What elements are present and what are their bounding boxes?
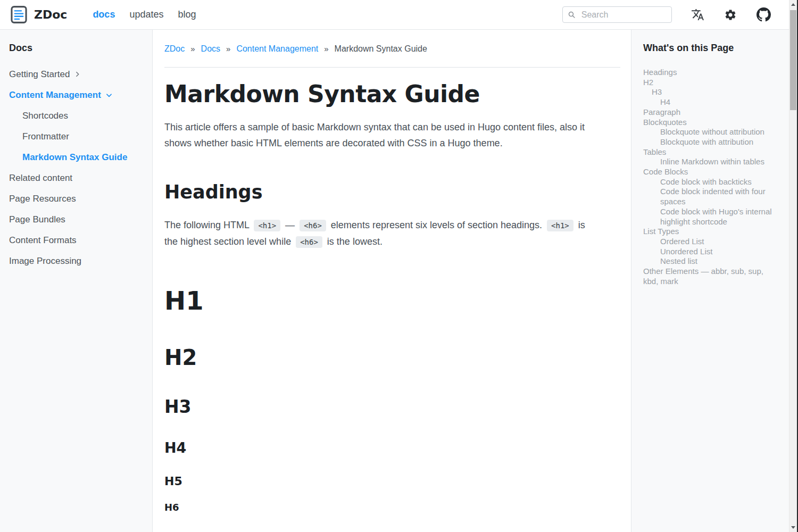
toc-item-h3[interactable]: H3 — [643, 87, 774, 97]
breadcrumb-separator: » — [226, 44, 230, 54]
toc-item-ordered-list[interactable]: Ordered List — [643, 237, 774, 247]
inline-code: <h1> — [547, 220, 573, 231]
language-button[interactable] — [691, 8, 704, 21]
sidebar-item-label: Markdown Syntax Guide — [22, 152, 127, 162]
scrollbar[interactable] — [789, 0, 797, 532]
main-row: Docs Getting StartedContent ManagementSh… — [0, 30, 789, 532]
paragraph-text: — — [282, 220, 297, 230]
sidebar-item-label: Content Formats — [9, 235, 77, 245]
toc-item-unordered-list[interactable]: Unordered List — [643, 247, 774, 257]
sidebar-item-label: Getting Started — [9, 69, 70, 79]
breadcrumb: ZDoc»Docs»Content Management»Markdown Sy… — [164, 44, 620, 54]
top-navbar: ZDoc docsupdatesblog — [0, 0, 789, 30]
toc-item-tables[interactable]: Tables — [643, 147, 774, 157]
scroll-down-icon — [791, 526, 795, 529]
sidebar-item-label: Shortcodes — [22, 111, 68, 121]
sidebar-item-label: Related content — [9, 173, 72, 183]
breadcrumb-link-zdoc[interactable]: ZDoc — [164, 44, 185, 54]
sidebar-nav: Getting StartedContent ManagementShortco… — [9, 69, 147, 266]
section-heading-headings: Headings — [164, 181, 620, 203]
toc-item-h4[interactable]: H4 — [643, 97, 774, 107]
sidebar: Docs Getting StartedContent ManagementSh… — [0, 30, 153, 532]
toc-list: HeadingsH2H3H4ParagraphBlockquotesBlockq… — [643, 68, 774, 286]
sample-heading-h6: H6 — [164, 502, 620, 513]
toc-item-code-block-indented-with-four-spaces[interactable]: Code block indented with four spaces — [643, 187, 774, 206]
inline-code: <h6> — [296, 236, 322, 248]
breadcrumb-link-docs[interactable]: Docs — [201, 44, 220, 54]
sidebar-item-label: Image Processing — [9, 256, 81, 266]
paragraph-text: The following HTML — [164, 220, 252, 230]
brand-group[interactable]: ZDoc — [11, 5, 67, 24]
toc-item-h2[interactable]: H2 — [643, 78, 774, 88]
inline-code: <h6> — [300, 220, 326, 231]
toc-item-code-block-with-backticks[interactable]: Code block with backticks — [643, 177, 774, 187]
chevron-down-icon — [105, 92, 113, 99]
sidebar-item-page-resources[interactable]: Page Resources — [9, 194, 147, 204]
translate-icon — [691, 8, 704, 21]
breadcrumb-link-content-management[interactable]: Content Management — [236, 44, 318, 54]
sidebar-item-label: Frontmatter — [22, 131, 69, 142]
toc-item-headings[interactable]: Headings — [643, 68, 774, 78]
search-icon — [568, 10, 576, 19]
toc-item-other-elements-abbr-sub-sup-kbd-mark[interactable]: Other Elements — abbr, sub, sup, kbd, ma… — [643, 267, 774, 286]
breadcrumb-separator: » — [324, 44, 328, 54]
toc-item-blockquote-with-attribution[interactable]: Blockquote with attribution — [643, 137, 774, 147]
sidebar-title: Docs — [9, 43, 147, 53]
sample-heading-h1: H1 — [164, 286, 620, 315]
gear-icon — [724, 9, 737, 21]
paragraph-text: is the lowest. — [325, 236, 383, 247]
sidebar-item-label: Content Management — [9, 90, 101, 100]
headings-paragraph: The following HTML <h1> — <h6> elements … — [164, 217, 590, 250]
sample-heading-h2: H2 — [164, 345, 620, 370]
brand-title: ZDoc — [34, 8, 67, 21]
chevron-right-icon — [74, 71, 81, 78]
sample-heading-h4: H4 — [164, 439, 620, 456]
sample-heading-h5: H5 — [164, 475, 620, 488]
toc-item-code-block-with-hugo-s-internal-highlight-shortcode[interactable]: Code block with Hugo's internal highligh… — [643, 207, 774, 227]
sidebar-item-shortcodes[interactable]: Shortcodes — [9, 111, 147, 121]
breadcrumb-divider — [164, 67, 620, 68]
breadcrumb-current: Markdown Syntax Guide — [335, 44, 427, 54]
sidebar-item-content-management[interactable]: Content Management — [9, 90, 147, 100]
toc-item-nested-list[interactable]: Nested list — [643, 256, 774, 267]
nav-links: docsupdatesblog — [93, 9, 196, 20]
toc-item-blockquote-without-attribution[interactable]: Blockquote without attribution — [643, 127, 774, 137]
scrollbar-down-button[interactable] — [789, 523, 797, 532]
settings-button[interactable] — [724, 9, 737, 21]
toc-item-blockquotes[interactable]: Blockquotes — [643, 118, 774, 128]
scroll-up-icon — [791, 3, 795, 6]
toc-item-code-blocks[interactable]: Code Blocks — [643, 167, 774, 177]
toc-panel: What's on this Page HeadingsH2H3H4Paragr… — [631, 30, 789, 532]
page-title: Markdown Syntax Guide — [164, 80, 620, 109]
sidebar-item-markdown-syntax-guide[interactable]: Markdown Syntax Guide — [9, 152, 147, 162]
search-input[interactable] — [580, 10, 667, 20]
github-button[interactable] — [757, 7, 771, 22]
sample-heading-h3: H3 — [164, 397, 620, 417]
toc-title: What's on this Page — [643, 43, 778, 53]
sidebar-item-content-formats[interactable]: Content Formats — [9, 235, 147, 245]
toc-item-inline-markdown-within-tables[interactable]: Inline Markdown within tables — [643, 157, 774, 167]
sidebar-item-label: Page Resources — [9, 194, 76, 204]
sidebar-item-related-content[interactable]: Related content — [9, 173, 147, 183]
nav-link-blog[interactable]: blog — [178, 9, 196, 20]
search-box[interactable] — [562, 6, 672, 23]
nav-link-updates[interactable]: updates — [129, 9, 163, 20]
sidebar-item-getting-started[interactable]: Getting Started — [9, 69, 147, 79]
scrollbar-thumb[interactable] — [790, 10, 796, 110]
sidebar-item-image-processing[interactable]: Image Processing — [9, 256, 147, 266]
breadcrumb-separator: » — [190, 44, 195, 54]
toc-item-list-types[interactable]: List Types — [643, 227, 774, 237]
toc-item-paragraph[interactable]: Paragraph — [643, 107, 774, 118]
github-icon — [757, 7, 771, 22]
sidebar-item-page-bundles[interactable]: Page Bundles — [9, 214, 147, 225]
article-content: ZDoc»Docs»Content Management»Markdown Sy… — [153, 30, 631, 532]
sidebar-item-frontmatter[interactable]: Frontmatter — [9, 131, 147, 142]
nav-link-docs[interactable]: docs — [93, 9, 115, 20]
scrollbar-up-button[interactable] — [789, 0, 797, 9]
paragraph-text: elements represent six levels of section… — [328, 220, 545, 230]
article-intro: This article offers a sample of basic Ma… — [164, 119, 590, 151]
heading-samples: H1H2H3H4H5H6 — [164, 286, 620, 513]
sidebar-item-label: Page Bundles — [9, 214, 65, 225]
zdoc-logo-icon — [11, 5, 27, 24]
navbar-icons — [691, 7, 771, 22]
